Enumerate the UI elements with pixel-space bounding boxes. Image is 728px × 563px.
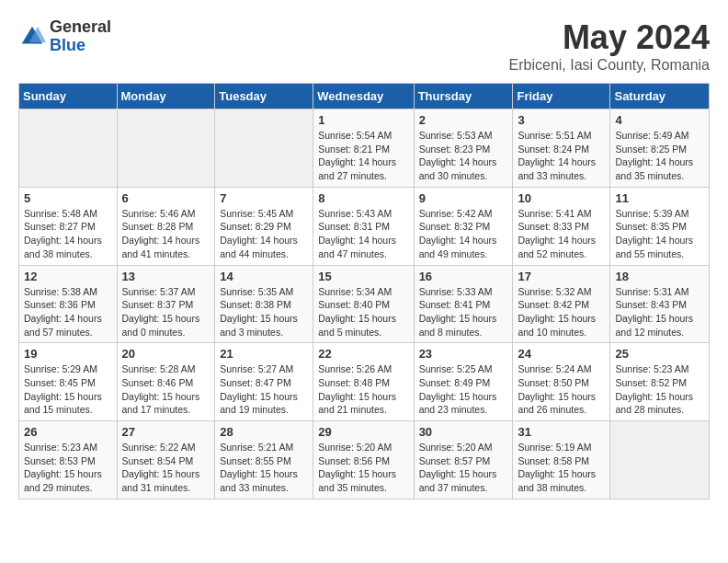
- calendar-header-row: SundayMondayTuesdayWednesdayThursdayFrid…: [19, 84, 710, 109]
- day-number: 5: [24, 191, 112, 205]
- day-number: 10: [518, 191, 605, 205]
- day-info: Sunrise: 5:42 AM Sunset: 8:32 PM Dayligh…: [419, 207, 508, 261]
- calendar-day-cell: 6Sunrise: 5:46 AM Sunset: 8:28 PM Daylig…: [117, 187, 215, 265]
- calendar-day-cell: 19Sunrise: 5:29 AM Sunset: 8:45 PM Dayli…: [19, 343, 118, 421]
- calendar-day-cell: 15Sunrise: 5:34 AM Sunset: 8:40 PM Dayli…: [313, 265, 414, 343]
- day-info: Sunrise: 5:53 AM Sunset: 8:23 PM Dayligh…: [419, 129, 508, 183]
- day-info: Sunrise: 5:43 AM Sunset: 8:31 PM Dayligh…: [318, 207, 408, 261]
- calendar-day-cell: 1Sunrise: 5:54 AM Sunset: 8:21 PM Daylig…: [313, 109, 414, 188]
- calendar-day-cell: 25Sunrise: 5:23 AM Sunset: 8:52 PM Dayli…: [610, 343, 710, 421]
- calendar-day-cell: 12Sunrise: 5:38 AM Sunset: 8:36 PM Dayli…: [19, 265, 118, 343]
- day-info: Sunrise: 5:26 AM Sunset: 8:48 PM Dayligh…: [318, 362, 408, 417]
- day-number: 23: [419, 347, 508, 361]
- weekday-header: Tuesday: [215, 84, 313, 109]
- day-number: 8: [318, 191, 408, 205]
- main-title: May 2024: [509, 18, 710, 57]
- day-number: 24: [518, 347, 605, 361]
- day-info: Sunrise: 5:22 AM Sunset: 8:54 PM Dayligh…: [122, 441, 210, 495]
- day-info: Sunrise: 5:20 AM Sunset: 8:57 PM Dayligh…: [419, 441, 508, 495]
- weekday-header: Wednesday: [313, 84, 414, 109]
- day-info: Sunrise: 5:41 AM Sunset: 8:33 PM Dayligh…: [518, 207, 605, 261]
- calendar-day-cell: 2Sunrise: 5:53 AM Sunset: 8:23 PM Daylig…: [414, 109, 513, 188]
- day-number: 2: [419, 113, 508, 127]
- calendar-week-row: 1Sunrise: 5:54 AM Sunset: 8:21 PM Daylig…: [19, 109, 710, 188]
- calendar-week-row: 19Sunrise: 5:29 AM Sunset: 8:45 PM Dayli…: [19, 343, 710, 421]
- weekday-header: Saturday: [610, 84, 710, 109]
- day-info: Sunrise: 5:27 AM Sunset: 8:47 PM Dayligh…: [220, 362, 308, 417]
- day-number: 26: [24, 425, 112, 439]
- day-info: Sunrise: 5:25 AM Sunset: 8:49 PM Dayligh…: [419, 362, 508, 417]
- weekday-header: Thursday: [414, 84, 513, 109]
- day-number: 25: [615, 347, 704, 361]
- day-number: 15: [318, 270, 408, 283]
- calendar-day-cell: [117, 109, 215, 188]
- day-info: Sunrise: 5:19 AM Sunset: 8:58 PM Dayligh…: [518, 441, 605, 495]
- calendar-week-row: 12Sunrise: 5:38 AM Sunset: 8:36 PM Dayli…: [19, 265, 710, 343]
- day-number: 16: [419, 270, 508, 283]
- day-info: Sunrise: 5:39 AM Sunset: 8:35 PM Dayligh…: [615, 207, 704, 261]
- calendar-day-cell: [215, 109, 313, 188]
- day-info: Sunrise: 5:31 AM Sunset: 8:43 PM Dayligh…: [615, 285, 704, 339]
- calendar-day-cell: 4Sunrise: 5:49 AM Sunset: 8:25 PM Daylig…: [610, 109, 710, 188]
- calendar-day-cell: [610, 421, 710, 500]
- calendar-week-row: 5Sunrise: 5:48 AM Sunset: 8:27 PM Daylig…: [19, 187, 710, 265]
- day-info: Sunrise: 5:46 AM Sunset: 8:28 PM Dayligh…: [122, 207, 210, 261]
- title-block: May 2024 Erbiceni, Iasi County, Romania: [509, 18, 710, 74]
- day-number: 20: [122, 347, 210, 361]
- calendar-day-cell: 8Sunrise: 5:43 AM Sunset: 8:31 PM Daylig…: [313, 187, 414, 265]
- day-info: Sunrise: 5:23 AM Sunset: 8:53 PM Dayligh…: [24, 441, 112, 495]
- weekday-header: Sunday: [19, 84, 118, 109]
- day-info: Sunrise: 5:32 AM Sunset: 8:42 PM Dayligh…: [518, 285, 605, 339]
- day-info: Sunrise: 5:48 AM Sunset: 8:27 PM Dayligh…: [24, 207, 112, 261]
- calendar-day-cell: 31Sunrise: 5:19 AM Sunset: 8:58 PM Dayli…: [513, 421, 610, 500]
- weekday-header: Monday: [117, 84, 215, 109]
- calendar-table: SundayMondayTuesdayWednesdayThursdayFrid…: [18, 83, 710, 500]
- calendar-day-cell: 14Sunrise: 5:35 AM Sunset: 8:38 PM Dayli…: [215, 265, 313, 343]
- day-number: 19: [24, 347, 112, 361]
- day-number: 21: [220, 347, 308, 361]
- day-number: 22: [318, 347, 408, 361]
- day-number: 29: [318, 425, 408, 439]
- day-info: Sunrise: 5:33 AM Sunset: 8:41 PM Dayligh…: [419, 285, 508, 339]
- day-number: 1: [318, 113, 408, 127]
- day-info: Sunrise: 5:35 AM Sunset: 8:38 PM Dayligh…: [220, 285, 308, 339]
- day-info: Sunrise: 5:28 AM Sunset: 8:46 PM Dayligh…: [122, 362, 210, 417]
- weekday-header: Friday: [513, 84, 610, 109]
- logo-blue: Blue: [50, 37, 111, 55]
- logo-general: General: [50, 18, 111, 37]
- logo-text: General Blue: [50, 18, 111, 55]
- day-info: Sunrise: 5:23 AM Sunset: 8:52 PM Dayligh…: [615, 362, 704, 417]
- page-header: General Blue May 2024 Erbiceni, Iasi Cou…: [18, 18, 710, 74]
- day-number: 28: [220, 425, 308, 439]
- day-info: Sunrise: 5:45 AM Sunset: 8:29 PM Dayligh…: [220, 207, 308, 261]
- logo-icon: [18, 23, 46, 51]
- calendar-day-cell: 24Sunrise: 5:24 AM Sunset: 8:50 PM Dayli…: [513, 343, 610, 421]
- day-info: Sunrise: 5:24 AM Sunset: 8:50 PM Dayligh…: [518, 362, 605, 417]
- day-info: Sunrise: 5:49 AM Sunset: 8:25 PM Dayligh…: [615, 129, 704, 183]
- calendar-day-cell: 13Sunrise: 5:37 AM Sunset: 8:37 PM Dayli…: [117, 265, 215, 343]
- calendar-day-cell: 23Sunrise: 5:25 AM Sunset: 8:49 PM Dayli…: [414, 343, 513, 421]
- day-number: 27: [122, 425, 210, 439]
- calendar-day-cell: 21Sunrise: 5:27 AM Sunset: 8:47 PM Dayli…: [215, 343, 313, 421]
- calendar-day-cell: 5Sunrise: 5:48 AM Sunset: 8:27 PM Daylig…: [19, 187, 118, 265]
- day-number: 18: [615, 270, 704, 283]
- logo: General Blue: [18, 18, 111, 55]
- calendar-day-cell: [19, 109, 118, 188]
- day-number: 30: [419, 425, 508, 439]
- day-info: Sunrise: 5:21 AM Sunset: 8:55 PM Dayligh…: [220, 441, 308, 495]
- calendar-day-cell: 7Sunrise: 5:45 AM Sunset: 8:29 PM Daylig…: [215, 187, 313, 265]
- day-number: 7: [220, 191, 308, 205]
- day-info: Sunrise: 5:51 AM Sunset: 8:24 PM Dayligh…: [518, 129, 605, 183]
- calendar-day-cell: 18Sunrise: 5:31 AM Sunset: 8:43 PM Dayli…: [610, 265, 710, 343]
- calendar-day-cell: 17Sunrise: 5:32 AM Sunset: 8:42 PM Dayli…: [513, 265, 610, 343]
- calendar-day-cell: 30Sunrise: 5:20 AM Sunset: 8:57 PM Dayli…: [414, 421, 513, 500]
- calendar-day-cell: 28Sunrise: 5:21 AM Sunset: 8:55 PM Dayli…: [215, 421, 313, 500]
- calendar-day-cell: 29Sunrise: 5:20 AM Sunset: 8:56 PM Dayli…: [313, 421, 414, 500]
- day-number: 3: [518, 113, 605, 127]
- calendar-day-cell: 26Sunrise: 5:23 AM Sunset: 8:53 PM Dayli…: [19, 421, 118, 500]
- day-number: 17: [518, 270, 605, 283]
- calendar-day-cell: 3Sunrise: 5:51 AM Sunset: 8:24 PM Daylig…: [513, 109, 610, 188]
- day-info: Sunrise: 5:20 AM Sunset: 8:56 PM Dayligh…: [318, 441, 408, 495]
- day-info: Sunrise: 5:37 AM Sunset: 8:37 PM Dayligh…: [122, 285, 210, 339]
- day-number: 4: [615, 113, 704, 127]
